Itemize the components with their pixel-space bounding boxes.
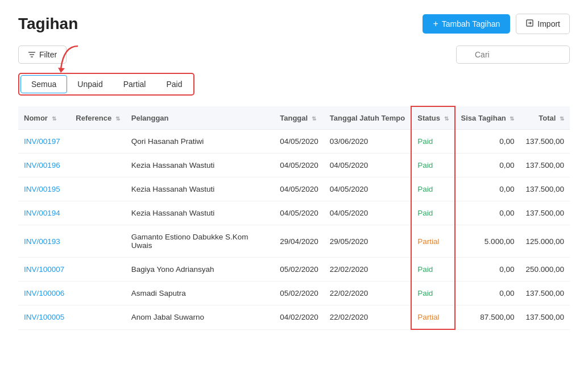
cell-tanggal-jatuh-tempo: 22/02/2020 xyxy=(324,305,411,330)
search-wrapper xyxy=(456,46,570,64)
cell-pelanggan: Gamanto Estiono Dabukke S.Kom Uwais xyxy=(126,225,274,258)
tabs-row: Semua Unpaid Partial Paid xyxy=(18,73,194,96)
cell-tanggal: 05/02/2020 xyxy=(274,258,324,282)
tab-partial[interactable]: Partial xyxy=(113,76,156,93)
col-reference: Reference ⇅ xyxy=(70,106,125,130)
cell-total: 137.500,00 xyxy=(520,177,570,201)
tab-unpaid[interactable]: Unpaid xyxy=(67,76,113,93)
invoice-link[interactable]: INV/100006 xyxy=(24,289,64,297)
invoice-link[interactable]: INV/100005 xyxy=(24,313,64,321)
cell-reference xyxy=(70,130,125,154)
sort-icon-total: ⇅ xyxy=(560,115,564,122)
page-title: Tagihan xyxy=(18,15,78,33)
invoice-link[interactable]: INV/100007 xyxy=(24,265,64,274)
col-pelanggan: Pelanggan xyxy=(126,106,274,130)
cell-nomor: INV/00196 xyxy=(18,154,70,177)
cell-status: Paid xyxy=(411,282,454,305)
sort-icon-sisa: ⇅ xyxy=(510,115,514,122)
cell-reference xyxy=(70,225,125,258)
sort-icon-tanggal: ⇅ xyxy=(312,115,316,122)
cell-status: Paid xyxy=(411,130,454,154)
cell-total: 125.000,00 xyxy=(520,225,570,258)
cell-pelanggan: Kezia Hassanah Wastuti xyxy=(126,154,274,177)
toolbar-row: Filter xyxy=(18,46,570,64)
cell-tanggal: 29/04/2020 xyxy=(274,225,324,258)
cell-reference xyxy=(70,177,125,201)
plus-icon: + xyxy=(433,19,438,29)
cell-tanggal-jatuh-tempo: 03/06/2020 xyxy=(324,130,411,154)
col-status: Status ⇅ xyxy=(411,106,454,130)
cell-status: Paid xyxy=(411,258,454,282)
tambah-tagihan-button[interactable]: + Tambah Tagihan xyxy=(423,14,510,34)
cell-total: 137.500,00 xyxy=(520,130,570,154)
cell-reference xyxy=(70,282,125,305)
table-header-row: Nomor ⇅ Reference ⇅ Pelanggan Tanggal ⇅ … xyxy=(18,106,570,130)
table-row: INV/00196 Kezia Hassanah Wastuti 04/05/2… xyxy=(18,154,570,177)
table-row: INV/00193 Gamanto Estiono Dabukke S.Kom … xyxy=(18,225,570,258)
tab-paid[interactable]: Paid xyxy=(156,76,192,93)
table-row: INV/100007 Bagiya Yono Adriansyah 05/02/… xyxy=(18,258,570,282)
cell-pelanggan: Bagiya Yono Adriansyah xyxy=(126,258,274,282)
invoice-link[interactable]: INV/00196 xyxy=(24,161,60,170)
invoice-link[interactable]: INV/00193 xyxy=(24,237,60,246)
cell-tanggal-jatuh-tempo: 22/02/2020 xyxy=(324,258,411,282)
cell-nomor: INV/100005 xyxy=(18,305,70,330)
invoice-link[interactable]: INV/00197 xyxy=(24,137,60,146)
cell-nomor: INV/100006 xyxy=(18,282,70,305)
cell-pelanggan: Asmadi Saputra xyxy=(126,282,274,305)
cell-pelanggan: Anom Jabal Suwarno xyxy=(126,305,274,330)
tabs-wrapper: Semua Unpaid Partial Paid xyxy=(18,73,570,96)
cell-tanggal: 04/02/2020 xyxy=(274,305,324,330)
cell-pelanggan: Qori Hasanah Pratiwi xyxy=(126,130,274,154)
cell-total: 250.000,00 xyxy=(520,258,570,282)
cell-tanggal: 05/02/2020 xyxy=(274,282,324,305)
cell-sisa-tagihan: 0,00 xyxy=(455,201,520,225)
sort-icon-reference: ⇅ xyxy=(115,115,120,122)
cell-sisa-tagihan: 5.000,00 xyxy=(455,225,520,258)
arrow-annotation xyxy=(52,43,86,75)
invoices-table: Nomor ⇅ Reference ⇅ Pelanggan Tanggal ⇅ … xyxy=(18,106,570,330)
search-input[interactable] xyxy=(456,46,570,64)
import-label: Import xyxy=(537,19,560,28)
cell-reference xyxy=(70,258,125,282)
cell-nomor: INV/100007 xyxy=(18,258,70,282)
import-icon xyxy=(525,19,534,29)
cell-tanggal: 04/05/2020 xyxy=(274,154,324,177)
table-row: INV/00195 Kezia Hassanah Wastuti 04/05/2… xyxy=(18,177,570,201)
cell-status: Partial xyxy=(411,225,454,258)
cell-nomor: INV/00197 xyxy=(18,130,70,154)
invoice-link[interactable]: INV/00194 xyxy=(24,209,60,217)
cell-total: 137.500,00 xyxy=(520,154,570,177)
col-tanggal-jatuh-tempo: Tanggal Jatuh Tempo xyxy=(324,106,411,130)
col-nomor: Nomor ⇅ xyxy=(18,106,70,130)
table-row: INV/00197 Qori Hasanah Pratiwi 04/05/202… xyxy=(18,130,570,154)
cell-sisa-tagihan: 0,00 xyxy=(455,154,520,177)
col-tanggal: Tanggal ⇅ xyxy=(274,106,324,130)
cell-pelanggan: Kezia Hassanah Wastuti xyxy=(126,177,274,201)
table-row: INV/00194 Kezia Hassanah Wastuti 04/05/2… xyxy=(18,201,570,225)
cell-status: Partial xyxy=(411,305,454,330)
col-sisa-tagihan: Sisa Tagihan ⇅ xyxy=(455,106,520,130)
table-row: INV/100005 Anom Jabal Suwarno 04/02/2020… xyxy=(18,305,570,330)
cell-nomor: INV/00193 xyxy=(18,225,70,258)
import-button[interactable]: Import xyxy=(516,14,570,34)
cell-tanggal: 04/05/2020 xyxy=(274,201,324,225)
cell-nomor: INV/00194 xyxy=(18,201,70,225)
cell-sisa-tagihan: 0,00 xyxy=(455,130,520,154)
cell-total: 137.500,00 xyxy=(520,305,570,330)
cell-status: Paid xyxy=(411,177,454,201)
cell-sisa-tagihan: 87.500,00 xyxy=(455,305,520,330)
cell-pelanggan: Kezia Hassanah Wastuti xyxy=(126,201,274,225)
cell-tanggal: 04/05/2020 xyxy=(274,177,324,201)
cell-tanggal-jatuh-tempo: 22/02/2020 xyxy=(324,282,411,305)
cell-status: Paid xyxy=(411,201,454,225)
invoice-link[interactable]: INV/00195 xyxy=(24,185,60,193)
cell-tanggal-jatuh-tempo: 04/05/2020 xyxy=(324,201,411,225)
col-total: Total ⇅ xyxy=(520,106,570,130)
cell-total: 137.500,00 xyxy=(520,282,570,305)
tab-semua[interactable]: Semua xyxy=(20,75,67,93)
cell-tanggal-jatuh-tempo: 04/05/2020 xyxy=(324,154,411,177)
table-row: INV/100006 Asmadi Saputra 05/02/2020 22/… xyxy=(18,282,570,305)
cell-tanggal-jatuh-tempo: 04/05/2020 xyxy=(324,177,411,201)
cell-tanggal-jatuh-tempo: 29/05/2020 xyxy=(324,225,411,258)
